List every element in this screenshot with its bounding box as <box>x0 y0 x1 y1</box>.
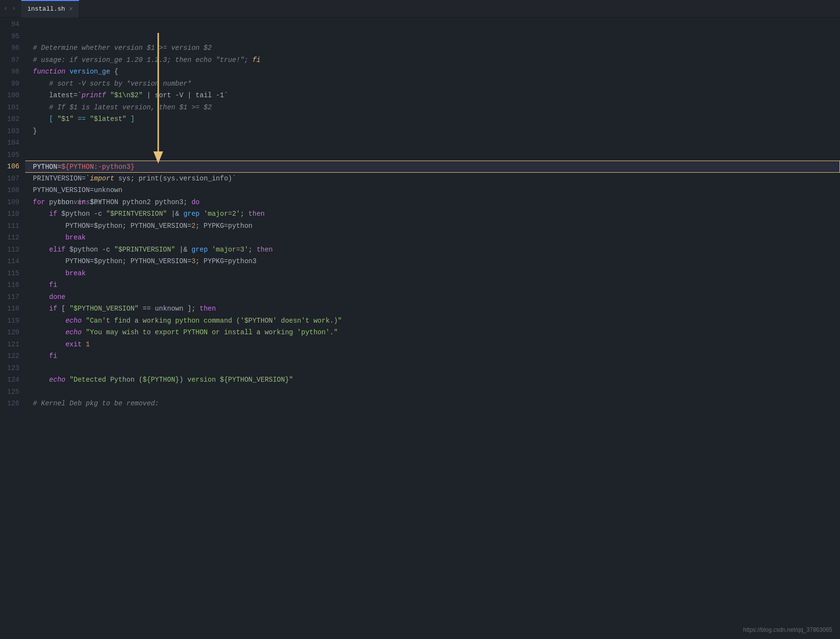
code-line-105: # Attempt to detect Pyt hon version <box>25 149 840 161</box>
watermark: https://blog.csdn.net/qq_37863065 <box>743 626 832 633</box>
code-line-101: # If $1 is latest version, then $1 >= $2 <box>25 102 840 114</box>
nav-arrows[interactable]: ‹ › <box>2 4 17 13</box>
code-line-115: break <box>25 267 840 280</box>
code-line-96: # Determine whether version $1 >= versio… <box>25 42 840 54</box>
code-line-124: echo "Detected Python (${PYTHON}) versio… <box>25 374 840 386</box>
code-line-108: PYTHON_VERSION=unknown <box>25 184 840 196</box>
code-line-104 <box>25 137 840 149</box>
code-line-113: elif $python -c "$PRINTVERSION" |& grep … <box>25 244 840 256</box>
nav-right[interactable]: › <box>10 4 17 13</box>
code-line-99: # sort -V sorts by *version number* <box>25 78 840 90</box>
editor: 94 95 96 97 98 99 100 101 102 103 104 10… <box>0 17 840 639</box>
code-line-94 <box>25 18 840 30</box>
tab-filename: install.sh <box>27 5 65 13</box>
line-numbers: 94 95 96 97 98 99 100 101 102 103 104 10… <box>0 17 25 639</box>
svg-marker-1 <box>153 151 163 163</box>
code-line-123 <box>25 362 840 374</box>
code-line-118: if [ "$PYTHON_VERSION" == unknown ]; the… <box>25 303 840 315</box>
code-line-112: break <box>25 232 840 244</box>
code-line-110: if $python -c "$PRINTVERSION" |& grep 'm… <box>25 208 840 220</box>
code-line-121: exit 1 <box>25 339 840 351</box>
code-line-114: PYTHON=$python; PYTHON_VERSION=3; PYPKG=… <box>25 255 840 267</box>
code-area: # Determine whether version $1 >= versio… <box>25 17 840 639</box>
code-line-103: } <box>25 125 840 137</box>
tab-close-button[interactable]: × <box>69 6 73 13</box>
code-line-98: function version_ge { <box>25 66 840 78</box>
code-line-106: PYTHON=${PYTHON:-python3} <box>25 161 840 173</box>
code-line-111: PYTHON=$python; PYTHON_VERSION=2; PYPKG=… <box>25 220 840 232</box>
code-line-120: echo "You may wish to export PYTHON or i… <box>25 327 840 339</box>
tab-bar: ‹ › install.sh × <box>0 0 840 17</box>
code-line-95 <box>25 30 840 43</box>
code-line-100: latest=`printf "$1\n$2" | sort -V | tail… <box>25 89 840 102</box>
code-line-102: [ "$1" == "$latest" ] <box>25 113 840 125</box>
tab-install-sh[interactable]: install.sh × <box>21 0 79 17</box>
code-line-97: # usage: if version_ge 1.20 1.2.3; then … <box>25 54 840 66</box>
code-line-117: done <box>25 291 840 303</box>
code-line-109: for python in $PYTHON python2 python3; d… <box>25 196 840 208</box>
code-line-107: PRINTVERSION=`import sys; print(sys.vers… <box>25 173 840 185</box>
code-line-125 <box>25 386 840 398</box>
code-line-122: fi <box>25 350 840 362</box>
code-line-116: fi <box>25 279 840 291</box>
nav-left[interactable]: ‹ <box>2 4 9 13</box>
code-line-119: echo "Can't find a working python comman… <box>25 315 840 327</box>
code-line-126: # Kernel Deb pkg to be removed: <box>25 398 840 410</box>
